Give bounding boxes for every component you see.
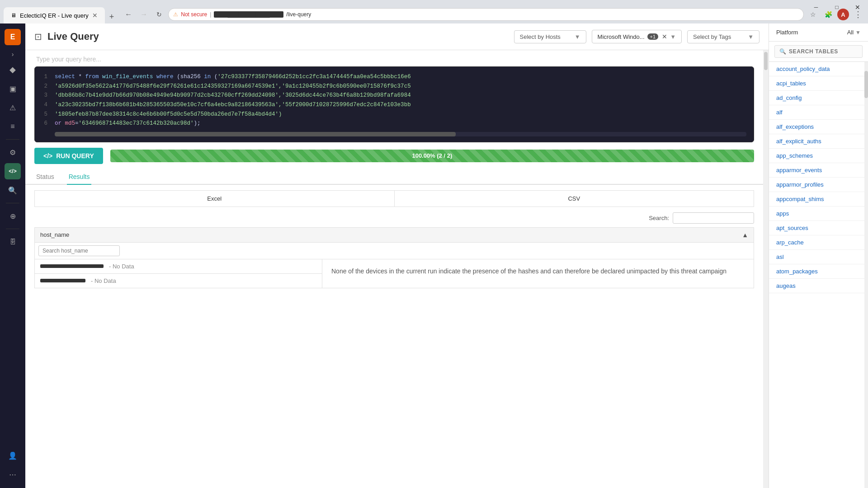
close-button[interactable]: ✕ [847, 0, 868, 14]
select-tags-chevron-icon: ▼ [748, 33, 754, 40]
main-vertical-scrollbar[interactable] [763, 50, 769, 488]
sidebar-expand-icon[interactable]: › [11, 50, 15, 59]
table-item-asl[interactable]: asl [769, 250, 864, 264]
platform-chevron-icon: ▼ [855, 29, 861, 36]
line-num-4: 4 [42, 100, 47, 110]
sidebar-divider-1 [6, 139, 19, 140]
platform-select[interactable]: All ▼ [847, 29, 861, 36]
active-tab[interactable]: 🖥 EclecticIQ ER - Live query ✕ [4, 7, 105, 23]
no-data-message-text: None of the devices in the current run i… [331, 267, 726, 276]
sidebar-item-nodes[interactable]: ⊕ [5, 208, 21, 224]
sidebar-item-more[interactable]: ⋯ [5, 466, 21, 483]
refresh-button[interactable]: ↻ [153, 8, 165, 21]
sidebar-item-settings[interactable]: ⚙ [5, 144, 21, 160]
run-query-button[interactable]: </> RUN QUERY [34, 148, 103, 164]
warning-icon: ⚠ [173, 11, 178, 18]
right-panel-scrollbar[interactable] [864, 62, 868, 488]
table-item-arp-cache[interactable]: arp_cache [769, 235, 864, 250]
result-tabs-container: Status Results [25, 169, 763, 185]
progress-bar: 100.00% (2 / 2) [110, 150, 754, 162]
select-tags-button[interactable]: Select by Tags ▼ [687, 30, 760, 43]
table-item-augeas[interactable]: augeas [769, 279, 864, 293]
tab-status[interactable]: Status [34, 169, 56, 185]
table-item-alf-explicit-auths[interactable]: alf_explicit_auths [769, 134, 864, 149]
table-item-apparmor-events[interactable]: apparmor_events [769, 163, 864, 178]
line-num-1: 1 [42, 72, 47, 82]
no-data-message: None of the devices in the current run i… [322, 259, 754, 288]
tab-close-icon[interactable]: ✕ [92, 12, 98, 19]
back-button[interactable]: ← [122, 8, 135, 21]
sidebar-item-list[interactable]: ≡ [5, 118, 21, 135]
table-item-apt-sources[interactable]: apt_sources [769, 221, 864, 235]
data-row-2: - No Data [35, 274, 322, 288]
line-num-6: 6 [42, 119, 47, 128]
code-line-3: 3 'dbb86b8c7b41e9dd7b66d970b08e4949e94b9… [42, 91, 746, 100]
sort-icon[interactable]: ▲ [742, 231, 748, 239]
search-tables-input[interactable] [789, 48, 858, 55]
forward-button[interactable]: → [137, 8, 150, 21]
page-title: Live Query [47, 31, 509, 42]
address-bar[interactable]: ⚠ Not secure | ████████████ /live-query [168, 8, 804, 21]
table-item-apparmor-profiles[interactable]: apparmor_profiles [769, 178, 864, 192]
host-name-search-input[interactable] [38, 245, 120, 256]
scrollbar-thumb [55, 132, 456, 136]
data-rows-col: - No Data - No Data [35, 259, 322, 288]
code-line-5: 5 '1805efeb87b87dee38314c8c4e6b6b00f5d0c… [42, 110, 746, 119]
sidebar-item-code[interactable]: </> [5, 163, 21, 179]
microsoft-windows-button[interactable]: Microsoft Windo... +1 ✕ ▼ [592, 30, 682, 43]
table-item-atom-packages[interactable]: atom_packages [769, 264, 864, 279]
table-item-account-policy-data[interactable]: account_policy_data [769, 62, 864, 76]
app-layout: E › ◆ ▣ ⚠ ≡ ⚙ </> 🔍 ⊕ 🗄 👤 ⋯ ⊡ Live Query… [0, 23, 868, 488]
code-line-4: 4 'a23c30235bd7f138b6b681b4b285365503d50… [42, 100, 746, 110]
page-header: ⊡ Live Query Select by Hosts ▼ Microsoft… [25, 23, 769, 50]
csv-export-button[interactable]: CSV [395, 191, 754, 206]
table-item-apps[interactable]: apps [769, 206, 864, 221]
tab-results[interactable]: Results [67, 169, 92, 185]
select-hosts-button[interactable]: Select by Hosts ▼ [514, 30, 586, 43]
column-host-name: host_name [40, 231, 69, 238]
sidebar-item-user[interactable]: 👤 [5, 447, 21, 464]
url-path: /live-query [286, 11, 311, 18]
table-item-app-schemes[interactable]: app_schemes [769, 149, 864, 163]
table-item-acpi-tables[interactable]: acpi_tables [769, 76, 864, 91]
sidebar-item-search[interactable]: 🔍 [5, 182, 21, 198]
sidebar-item-database[interactable]: 🗄 [5, 234, 21, 250]
windows-chevron-icon: ▼ [670, 33, 676, 40]
excel-export-button[interactable]: Excel [35, 191, 395, 206]
search-label: Search: [649, 215, 669, 221]
sidebar-item-layout[interactable]: ▣ [5, 80, 21, 97]
code-line-6: 6 or md5='6346968714483ec737c6142b320ac9… [42, 119, 746, 128]
live-query-icon: ⊡ [34, 31, 42, 42]
maximize-button[interactable]: □ [826, 0, 847, 14]
host-bar-2 [40, 279, 85, 282]
table-item-alf-exceptions[interactable]: alf_exceptions [769, 120, 864, 134]
microsoft-windows-badge: +1 [647, 33, 659, 40]
horizontal-scrollbar[interactable] [55, 132, 746, 136]
run-query-icon: </> [43, 152, 52, 160]
select-hosts-label: Select by Hosts [520, 33, 561, 40]
code-text-1: select * from win_file_events where (sha… [55, 72, 411, 82]
line-num-5: 5 [42, 110, 47, 119]
code-editor[interactable]: 1 select * from win_file_events where (s… [34, 66, 754, 142]
sidebar-logo[interactable]: E [5, 29, 21, 45]
select-hosts-chevron-icon: ▼ [575, 33, 580, 40]
new-tab-button[interactable]: + [105, 10, 119, 23]
browser-chrome: ─ □ ✕ 🖥 EclecticIQ ER - Live query ✕ + ←… [0, 0, 868, 23]
minimize-button[interactable]: ─ [806, 0, 826, 14]
table-item-ad-config[interactable]: ad_config [769, 91, 864, 105]
results-search-input[interactable] [673, 212, 754, 224]
progress-text: 100.00% (2 / 2) [412, 152, 452, 159]
windows-tag-close-icon[interactable]: ✕ [662, 33, 667, 40]
sidebar-item-alert[interactable]: ⚠ [5, 99, 21, 116]
code-line-1: 1 select * from win_file_events where (s… [42, 72, 746, 82]
table-item-alf[interactable]: alf [769, 105, 864, 120]
table-item-appcompat-shims[interactable]: appcompat_shims [769, 192, 864, 206]
sidebar-item-diamond[interactable]: ◆ [5, 61, 21, 78]
data-and-message: - No Data - No Data None of the devices … [34, 259, 754, 288]
host-search-row [34, 243, 754, 259]
line-num-3: 3 [42, 91, 47, 100]
code-text-6: or md5='6346968714483ec737c6142b320ac98d… [55, 119, 201, 128]
host-bar-1 [40, 264, 104, 268]
sidebar: E › ◆ ▣ ⚠ ≡ ⚙ </> 🔍 ⊕ 🗄 👤 ⋯ [0, 23, 25, 488]
query-placeholder-text: Type your query here... [34, 56, 754, 63]
